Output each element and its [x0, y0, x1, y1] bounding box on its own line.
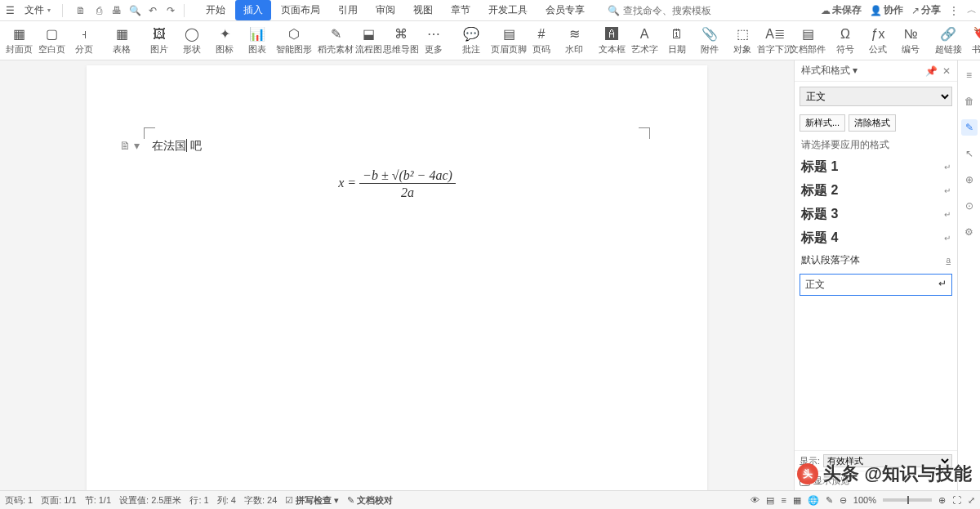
tab-section[interactable]: 章节	[443, 0, 479, 20]
style-heading2[interactable]: 标题 2↵	[800, 179, 952, 203]
status-page[interactable]: 页面: 1/1	[41, 494, 76, 507]
clear-format-button[interactable]: 清除格式	[849, 114, 896, 132]
zoom-in-icon[interactable]: ⊕	[938, 495, 946, 506]
command-search[interactable]: 🔍	[608, 5, 721, 16]
page-break-button[interactable]: ⫞分页	[69, 25, 100, 57]
tab-insert[interactable]: 插入	[235, 0, 271, 20]
date-button[interactable]: 🗓日期	[662, 25, 693, 57]
style-heading4[interactable]: 标题 4↵	[800, 226, 952, 250]
menu-icon[interactable]: ☰	[3, 4, 16, 17]
equation-button[interactable]: ƒx公式	[862, 25, 893, 57]
redo-icon[interactable]: ↷	[164, 4, 177, 17]
style-default-font[interactable]: 默认段落字体a	[800, 250, 952, 270]
tab-review[interactable]: 审阅	[368, 0, 403, 20]
separator	[62, 4, 63, 17]
print-preview-icon[interactable]: ⎙	[92, 4, 105, 17]
page-number-button[interactable]: #页码	[526, 25, 557, 57]
style-heading3[interactable]: 标题 3↵	[800, 203, 952, 226]
style-heading1[interactable]: 标题 1↵	[800, 155, 952, 179]
resource-button[interactable]: ✎稻壳素材	[320, 25, 351, 57]
blank-page-button[interactable]: ▢空白页	[36, 25, 67, 57]
tab-developer[interactable]: 开发工具	[480, 0, 536, 20]
style-body[interactable]: 正文↵	[800, 274, 952, 296]
status-spell[interactable]: ☑ 拼写检查 ▾	[285, 494, 339, 507]
status-col[interactable]: 列: 4	[217, 494, 236, 507]
table-button[interactable]: ▦表格	[106, 25, 137, 57]
header-footer-button[interactable]: ▤页眉页脚	[493, 25, 524, 57]
number-button[interactable]: №编号	[895, 25, 926, 57]
textbox-button[interactable]: 🅰文本框	[596, 25, 627, 57]
collapse-ribbon-icon[interactable]: ︿	[967, 3, 977, 17]
file-menu[interactable]: 文件	[20, 2, 56, 19]
parts-button[interactable]: ▤文档部件	[792, 25, 823, 57]
pin-icon[interactable]: 📌	[925, 65, 938, 77]
side-style-icon[interactable]: ✎	[961, 119, 978, 136]
symbol-button[interactable]: Ω符号	[830, 25, 861, 57]
print-layout-icon[interactable]: ▤	[766, 495, 774, 506]
zoom-out-icon[interactable]: ⊖	[840, 495, 847, 506]
mindmap-button[interactable]: ⌘思维导图	[385, 25, 416, 57]
side-help-icon[interactable]: ⊙	[961, 198, 978, 214]
globe-icon[interactable]: 🌐	[808, 495, 819, 506]
web-layout-icon[interactable]: ▦	[793, 495, 801, 506]
flowchart-button[interactable]: ⬓流程图	[353, 25, 384, 57]
quick-access-toolbar: 🗎 ⎙ 🖶 🔍 ↶ ↷	[74, 4, 177, 17]
current-style-select[interactable]: 正文	[800, 87, 952, 106]
status-page-no[interactable]: 页码: 1	[5, 494, 33, 507]
status-section[interactable]: 节: 1/1	[85, 494, 111, 507]
collab-button[interactable]: 👤 协作	[870, 3, 903, 17]
watermark-button[interactable]: ≋水印	[559, 25, 590, 57]
undo-icon[interactable]: ↶	[146, 4, 159, 17]
styles-panel: 样式和格式 ▾ 📌 ✕ 正文 新样式... 清除格式 请选择要应用的格式 标题 …	[794, 60, 957, 490]
unsaved-status[interactable]: ☁ 未保存	[821, 3, 862, 17]
side-select-icon[interactable]: ↖	[961, 145, 978, 162]
comment-button[interactable]: 💬批注	[456, 25, 487, 57]
document-page[interactable]: 🗎 ▾ 在法国 吧 x = −b ± √(b² − 4ac) 2a	[87, 65, 707, 490]
fit-icon[interactable]: ⤢	[968, 495, 975, 506]
cover-page-button[interactable]: ▦封面页	[3, 25, 34, 57]
side-menu-icon[interactable]: ≡	[961, 67, 978, 83]
reading-mode-icon[interactable]: 👁	[751, 495, 760, 505]
fullscreen-icon[interactable]: ⛶	[952, 495, 961, 505]
search-doc-icon[interactable]: 🔍	[128, 4, 141, 17]
smartart-button[interactable]: ⬡智能图形	[274, 25, 314, 57]
page-scroll-area[interactable]: 🗎 ▾ 在法国 吧 x = −b ± √(b² − 4ac) 2a	[0, 60, 794, 490]
more-icon[interactable]: ⋮	[949, 5, 959, 16]
picture-button[interactable]: 🖼图片	[144, 25, 175, 57]
share-button[interactable]: ↗ 分享	[911, 3, 941, 17]
zoom-value[interactable]: 100%	[853, 495, 876, 505]
print-icon[interactable]: 🖶	[110, 4, 123, 17]
equation[interactable]: x = −b ± √(b² − 4ac) 2a	[152, 168, 642, 200]
shape-button[interactable]: ◯形状	[176, 25, 207, 57]
status-row[interactable]: 行: 1	[189, 494, 208, 507]
tab-reference[interactable]: 引用	[330, 0, 366, 20]
dropcap-button[interactable]: A≣首字下沉	[760, 25, 791, 57]
close-icon[interactable]: ✕	[942, 65, 951, 77]
status-proof[interactable]: ✎ 文档校对	[347, 494, 393, 507]
search-input[interactable]	[623, 5, 721, 16]
tab-layout[interactable]: 页面布局	[273, 0, 328, 20]
status-chars[interactable]: 字数: 24	[244, 494, 277, 507]
outline-icon[interactable]: ≡	[781, 495, 786, 505]
object-button[interactable]: ⬚对象	[727, 25, 758, 57]
save-icon[interactable]: 🗎	[74, 4, 87, 17]
zoom-slider[interactable]	[883, 498, 932, 502]
side-clipboard-icon[interactable]: 🗑	[961, 93, 978, 109]
side-find-icon[interactable]: ⊕	[961, 172, 978, 188]
new-style-button[interactable]: 新样式...	[800, 114, 845, 132]
bookmark-button[interactable]: 🔖书签	[965, 25, 980, 57]
status-position[interactable]: 设置值: 2.5厘米	[119, 494, 181, 507]
more-button[interactable]: ⋯更多	[418, 25, 449, 57]
icon-button[interactable]: ✦图标	[209, 25, 240, 57]
ruler-icon[interactable]: ✎	[826, 495, 833, 506]
document-text[interactable]: 在法国 吧	[152, 139, 202, 152]
watermark-logo-icon: 头	[797, 463, 818, 484]
side-settings-icon[interactable]: ⚙	[961, 224, 978, 240]
tab-member[interactable]: 会员专享	[537, 0, 593, 20]
hyperlink-button[interactable]: 🔗超链接	[933, 25, 964, 57]
tab-view[interactable]: 视图	[405, 0, 441, 20]
attachment-button[interactable]: 📎附件	[694, 25, 725, 57]
tab-start[interactable]: 开始	[198, 0, 234, 20]
chart-button[interactable]: 📊图表	[242, 25, 273, 57]
wordart-button[interactable]: A艺术字	[629, 25, 660, 57]
